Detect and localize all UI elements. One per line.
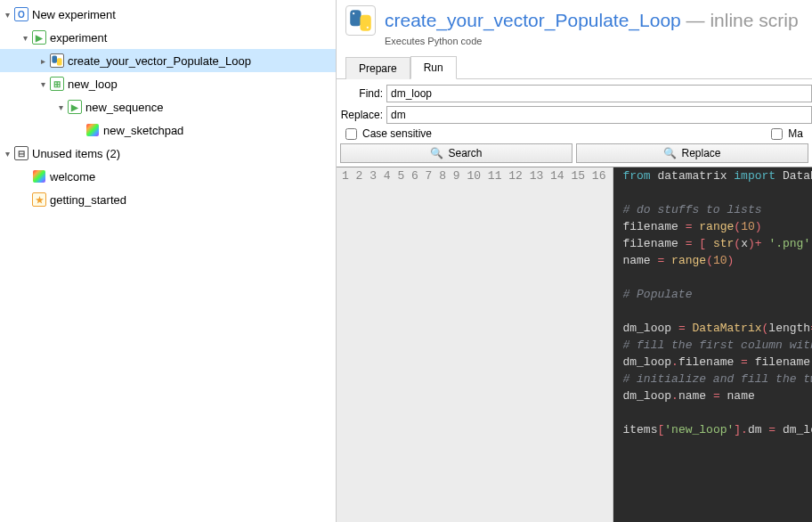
find-input[interactable] [386,85,812,102]
svg-rect-3 [360,15,370,31]
chevron-down-icon[interactable]: ▾ [36,77,50,91]
tree-item-experiment[interactable]: ▾ ▶ experiment [0,26,336,49]
loop-icon: ⊞ [50,77,64,91]
case-sensitive-checkbox[interactable] [345,128,357,140]
tree-label: new_sequence [85,101,163,114]
chevron-down-icon[interactable]: ▾ [0,7,14,21]
sequence-icon: ▶ [32,30,46,45]
svg-point-5 [367,27,369,29]
search-icon: 🔍 [430,147,443,159]
search-icon: 🔍 [663,147,677,159]
replace-input[interactable] [386,106,812,124]
svg-rect-2 [350,10,361,26]
script-tabs: Prepare Run [337,55,812,78]
match-checkbox[interactable] [771,128,783,140]
tab-prepare[interactable]: Prepare [345,57,410,79]
chevron-down-icon[interactable]: ▾ [0,146,14,160]
svg-point-4 [353,12,354,14]
tree-item-loop[interactable]: ▾ ⊞ new_loop [0,72,336,95]
chevron-right-icon[interactable]: ▸ [36,53,50,68]
line-gutter: 1 2 3 4 5 6 7 8 9 10 11 12 13 14 15 16 [337,167,613,522]
tree-item-getting-started[interactable]: ★ getting_started [0,188,336,211]
tree-label: getting_started [50,193,126,207]
python-icon [345,5,376,36]
getting-started-icon: ★ [32,192,46,207]
tree-label: create_your_vector_Populate_Loop [68,54,251,68]
find-replace-panel: Find: Replace: Case sensitive Ma 🔍 Searc… [337,78,812,167]
search-button[interactable]: 🔍 Search [340,143,572,163]
chevron-down-icon[interactable]: ▾ [18,30,32,45]
replace-label: Replace: [337,109,386,121]
tree-root-experiment[interactable]: ▾ O New experiment [0,3,336,26]
sketchpad-icon [85,123,100,137]
tree-label: new_loop [68,77,118,91]
unused-icon: ⊟ [14,146,28,160]
tree-label: New experiment [32,8,116,21]
find-label: Find: [337,87,386,100]
match-label: Ma [788,127,803,140]
replace-button[interactable]: 🔍 Replace [576,143,808,163]
tree-unused-header[interactable]: ▾ ⊟ Unused items (2) [0,142,336,165]
tree-label: new_sketchpad [103,124,183,137]
tree-item-inline-script[interactable]: ▸ create_your_vector_Populate_Loop [0,49,336,72]
item-description: Executes Python code [337,36,812,55]
tree-item-sketchpad[interactable]: new_sketchpad [0,118,336,142]
tree-item-welcome[interactable]: welcome [0,165,336,188]
code-area[interactable]: from datamatrix import DataMatrix # do s… [613,167,812,522]
item-title: create_your_vector_Populate_Loop — inlin… [385,10,799,31]
main-pane: create_your_vector_Populate_Loop — inlin… [337,0,812,522]
tree-sidebar[interactable]: ▾ O New experiment ▾ ▶ experiment ▸ crea… [0,0,337,522]
code-editor[interactable]: 1 2 3 4 5 6 7 8 9 10 11 12 13 14 15 16 f… [337,167,812,522]
case-sensitive-label: Case sensitive [362,127,432,140]
sequence-icon: ▶ [68,100,82,114]
python-icon [50,53,64,68]
chevron-down-icon[interactable]: ▾ [53,100,68,114]
svg-rect-1 [57,58,62,65]
tree-label: welcome [50,170,95,184]
tree-label: experiment [50,31,107,45]
opensesame-icon: O [14,7,28,21]
item-header: create_your_vector_Populate_Loop — inlin… [337,0,812,36]
welcome-icon [32,169,46,184]
tree-item-sequence[interactable]: ▾ ▶ new_sequence [0,95,336,118]
tree-label: Unused items (2) [32,147,120,160]
tab-run[interactable]: Run [410,56,457,79]
svg-rect-0 [52,55,57,62]
